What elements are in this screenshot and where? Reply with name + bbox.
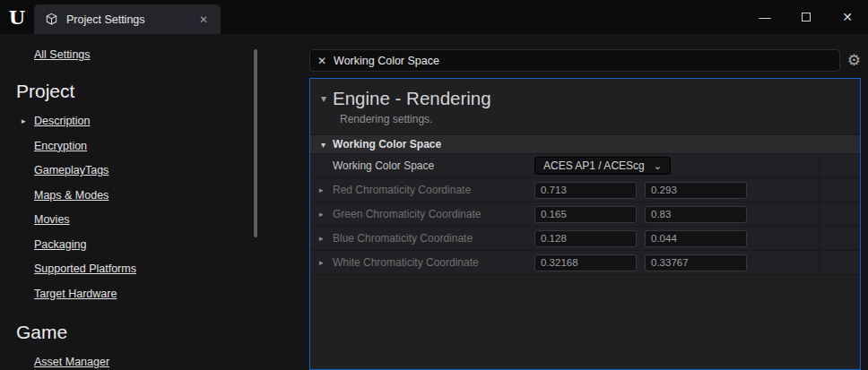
unreal-logo-icon: U — [9, 6, 25, 29]
settings-sidebar: All Settings Project ▸ Description Encry… — [0, 34, 265, 370]
settings-panel: ▾ Engine - Rendering Rendering settings.… — [309, 78, 861, 370]
section-working-color-space[interactable]: ▾ Working Color Space — [310, 134, 860, 154]
expand-arrow-icon[interactable]: ▸ — [319, 210, 326, 219]
setting-label: White Chromaticity Coordinate — [333, 256, 479, 269]
sidebar-heading-game: Game — [16, 322, 265, 343]
sidebar-item-target-hardware[interactable]: Target Hardware — [34, 288, 265, 300]
color-space-dropdown[interactable]: ACES AP1 / ACEScg ⌄ — [534, 157, 671, 175]
sidebar-item-maps-modes[interactable]: Maps & Modes — [34, 189, 265, 202]
reset-column — [819, 251, 860, 274]
sidebar-item-label[interactable]: Movies — [34, 213, 70, 226]
tab-title: Project Settings — [66, 13, 187, 26]
setting-label: Red Chromaticity Coordinate — [333, 184, 471, 196]
blue-x-input[interactable] — [534, 230, 637, 247]
maximize-button[interactable] — [786, 0, 827, 34]
expand-arrow-icon[interactable]: ▸ — [22, 116, 26, 125]
sidebar-item-label[interactable]: Description — [34, 115, 91, 127]
sidebar-item-description[interactable]: ▸ Description — [34, 115, 265, 127]
sidebar-item-movies[interactable]: Movies — [34, 213, 265, 226]
search-box[interactable]: ✕ — [309, 49, 840, 72]
collapse-arrow-icon[interactable]: ▾ — [321, 92, 326, 105]
reset-column — [819, 227, 860, 250]
reset-column — [819, 154, 860, 177]
setting-label: Green Chromaticity Coordinate — [333, 208, 481, 220]
red-x-input[interactable] — [534, 182, 637, 199]
section-title: Working Color Space — [333, 138, 441, 151]
sidebar-item-all-settings[interactable]: All Settings — [34, 48, 91, 61]
sidebar-item-label[interactable]: Packaging — [34, 238, 86, 251]
clear-search-icon[interactable]: ✕ — [317, 55, 326, 67]
setting-label: Blue Chromaticity Coordinate — [333, 232, 473, 245]
section-collapse-icon[interactable]: ▾ — [321, 140, 326, 150]
expand-arrow-icon[interactable]: ▸ — [319, 258, 326, 267]
sidebar-item-label[interactable]: Asset Manager — [34, 356, 109, 368]
expand-arrow-icon[interactable]: ▸ — [319, 185, 326, 194]
setting-label: Working Color Space — [333, 159, 434, 172]
sidebar-item-label[interactable]: Target Hardware — [34, 288, 117, 300]
sidebar-item-label[interactable]: Maps & Modes — [34, 189, 108, 202]
maximize-icon — [802, 13, 811, 22]
setting-row-red-chromaticity: ▸ Red Chromaticity Coordinate — [310, 178, 860, 202]
reset-column — [819, 178, 860, 202]
sidebar-item-label[interactable]: Supported Platforms — [34, 262, 136, 275]
red-y-input[interactable] — [645, 182, 747, 199]
tab-close-icon[interactable]: ✕ — [195, 12, 212, 28]
sidebar-item-encryption[interactable]: Encryption — [34, 140, 265, 152]
white-x-input[interactable] — [534, 254, 637, 271]
dropdown-selected-value: ACES AP1 / ACEScg — [543, 159, 645, 172]
sidebar-item-gameplaytags[interactable]: GameplayTags — [34, 164, 265, 176]
sidebar-item-asset-manager[interactable]: Asset Manager — [34, 356, 265, 368]
sidebar-item-label[interactable]: GameplayTags — [34, 164, 108, 176]
blue-y-input[interactable] — [645, 230, 747, 247]
sidebar-item-label[interactable]: Encryption — [34, 140, 87, 152]
setting-row-working-color-space: Working Color Space ACES AP1 / ACEScg ⌄ — [310, 154, 860, 178]
close-icon: ✕ — [842, 10, 853, 24]
titlebar-drag-area[interactable] — [221, 0, 744, 34]
minimize-icon: — — [760, 11, 771, 24]
reset-column — [819, 202, 860, 226]
category-header[interactable]: ▾ Engine - Rendering — [310, 79, 860, 113]
green-x-input[interactable] — [534, 206, 637, 223]
title-bar: U Project Settings ✕ — ✕ — [0, 0, 868, 34]
unreal-logo[interactable]: U — [0, 0, 34, 34]
white-y-input[interactable] — [645, 254, 747, 271]
sidebar-item-supported-platforms[interactable]: Supported Platforms — [34, 262, 265, 275]
setting-row-blue-chromaticity: ▸ Blue Chromaticity Coordinate — [310, 227, 860, 251]
category-title: Engine - Rendering — [333, 88, 491, 109]
search-row: ✕ ⚙ — [309, 49, 861, 72]
setting-row-white-chromaticity: ▸ White Chromaticity Coordinate — [310, 251, 860, 275]
sidebar-item-packaging[interactable]: Packaging — [34, 238, 265, 251]
expand-arrow-icon[interactable]: ▸ — [319, 234, 326, 243]
sidebar-heading-project: Project — [16, 81, 265, 102]
sidebar-scrollbar[interactable] — [254, 49, 257, 237]
minimize-button[interactable]: — — [744, 0, 786, 34]
settings-gear-icon[interactable]: ⚙ — [847, 53, 861, 68]
chevron-down-icon: ⌄ — [654, 163, 662, 169]
search-input[interactable] — [334, 55, 832, 67]
project-settings-icon — [45, 13, 58, 26]
close-button[interactable]: ✕ — [827, 0, 868, 34]
green-y-input[interactable] — [645, 206, 747, 223]
category-subtitle: Rendering settings. — [310, 113, 860, 134]
tab-project-settings[interactable]: Project Settings ✕ — [34, 4, 221, 34]
workspace: All Settings Project ▸ Description Encry… — [0, 34, 868, 370]
settings-content: ✕ ⚙ ▾ Engine - Rendering Rendering setti… — [265, 34, 868, 370]
setting-row-green-chromaticity: ▸ Green Chromaticity Coordinate — [310, 202, 860, 227]
